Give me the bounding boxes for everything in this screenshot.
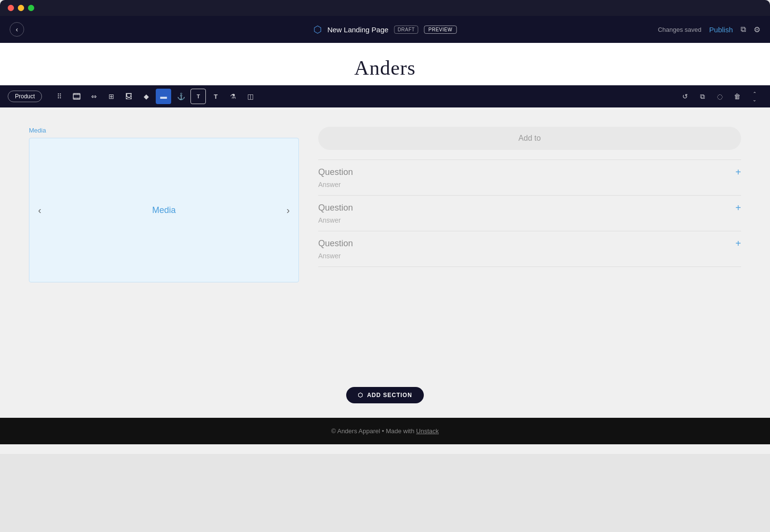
faq-header-2: Question +	[318, 202, 741, 213]
media-prev-button[interactable]: ‹	[34, 201, 45, 220]
section-icon[interactable]: ▬	[156, 89, 171, 104]
svg-rect-5	[77, 93, 78, 94]
svg-rect-1	[73, 94, 80, 95]
back-arrow-icon: ‹	[16, 26, 18, 33]
top-nav: ‹ ⬡ New Landing Page DRAFT PREVIEW Chang…	[0, 16, 770, 43]
add-section-button[interactable]: ⬡ ADD SECTION	[346, 387, 424, 403]
media-column: Media ‹ Media ›	[29, 127, 299, 282]
publish-button[interactable]: Publish	[709, 26, 733, 34]
maximize-button[interactable]	[28, 5, 34, 11]
draft-badge: DRAFT	[394, 26, 419, 34]
window-bottom-chrome	[0, 444, 770, 454]
flask-icon[interactable]: ⚗	[225, 89, 241, 104]
brand-header: Anders	[0, 43, 770, 85]
duplicate-icon[interactable]: ⧉	[695, 89, 710, 104]
settings-icon[interactable]: ⚙	[754, 25, 760, 34]
logo-icon: ⬡	[313, 24, 322, 35]
media-box: ‹ Media ›	[29, 138, 299, 282]
faq-header-1: Question +	[318, 167, 741, 178]
grid-icon[interactable]: ⊞	[104, 89, 119, 104]
svg-rect-2	[73, 98, 80, 98]
nav-right: Changes saved Publish ⧉ ⚙	[658, 25, 760, 34]
footer-text: © Anders Apparel • Made with	[331, 427, 416, 435]
faq-answer-3: Answer	[318, 252, 741, 260]
main-content: Media ‹ Media › Add to Question + Answer	[0, 107, 770, 377]
page-title: New Landing Page	[327, 26, 389, 34]
svg-rect-10	[79, 98, 79, 99]
faq-expand-1[interactable]: +	[735, 167, 741, 178]
text-icon[interactable]: T	[208, 89, 223, 104]
footer: © Anders Apparel • Made with Unstack	[0, 418, 770, 444]
image-icon[interactable]: ⛾	[121, 89, 136, 104]
minimize-button[interactable]	[18, 5, 24, 11]
svg-rect-9	[77, 98, 78, 99]
add-section-icon: ⬡	[358, 392, 363, 399]
faq-header-3: Question +	[318, 238, 741, 249]
toolbar-right: ↺ ⧉ ◌ 🗑 ⌃ ⌃	[677, 89, 762, 104]
layout-icon[interactable]: ◫	[243, 89, 258, 104]
refresh-icon[interactable]: ↺	[677, 89, 693, 104]
add-section-label: ADD SECTION	[367, 392, 412, 399]
svg-rect-6	[79, 93, 79, 94]
preview-badge[interactable]: PREVIEW	[424, 26, 457, 34]
faq-question-3: Question	[318, 239, 353, 249]
faq-question-1: Question	[318, 167, 353, 177]
nav-left: ‹	[10, 22, 24, 37]
film-icon[interactable]	[69, 89, 84, 104]
media-next-button[interactable]: ›	[283, 201, 294, 220]
text-box-outline-icon[interactable]: T	[190, 89, 206, 104]
delete-icon[interactable]: 🗑	[729, 89, 745, 104]
svg-rect-3	[74, 93, 75, 94]
close-button[interactable]	[8, 5, 14, 11]
faq-item-3: Question + Answer	[318, 231, 741, 267]
add-section-area: ⬡ ADD SECTION	[0, 377, 770, 418]
anchor-icon[interactable]: ⚓	[173, 89, 189, 104]
changes-saved-label: Changes saved	[658, 26, 701, 33]
right-column: Add to Question + Answer Question + Answ…	[318, 127, 741, 267]
window-chrome	[0, 0, 770, 16]
media-center-label: Media	[152, 205, 176, 215]
collapse-icon[interactable]: ⌃ ⌃	[747, 89, 762, 104]
svg-rect-4	[76, 93, 76, 94]
select-icon[interactable]: ⠿	[52, 89, 67, 104]
copy-icon[interactable]: ⧉	[741, 25, 746, 34]
shape-icon[interactable]: ◆	[138, 89, 154, 104]
faq-item-1: Question + Answer	[318, 160, 741, 195]
nav-center: ⬡ New Landing Page DRAFT PREVIEW	[313, 24, 457, 35]
product-button[interactable]: Product	[8, 91, 42, 102]
faq-answer-2: Answer	[318, 216, 741, 224]
brand-name: Anders	[0, 56, 770, 80]
svg-rect-7	[74, 98, 75, 99]
faq-expand-3[interactable]: +	[735, 238, 741, 249]
hide-icon[interactable]: ◌	[712, 89, 728, 104]
back-button[interactable]: ‹	[10, 22, 24, 37]
svg-rect-8	[76, 98, 76, 99]
add-to-button[interactable]: Add to	[318, 127, 741, 150]
move-icon[interactable]: ⇔	[86, 89, 102, 104]
media-side-label: Media	[29, 127, 299, 134]
footer-link[interactable]: Unstack	[416, 427, 439, 435]
section-layout: Media ‹ Media › Add to Question + Answer	[29, 127, 741, 282]
faq-question-2: Question	[318, 203, 353, 213]
toolbar: Product ⠿ ⇔ ⊞ ⛾ ◆ ▬ ⚓ T T ⚗ ◫ ↺ ⧉ ◌ 🗑 ⌃ …	[0, 85, 770, 107]
faq-expand-2[interactable]: +	[735, 202, 741, 213]
faq-item-2: Question + Answer	[318, 195, 741, 231]
faq-answer-1: Answer	[318, 181, 741, 188]
